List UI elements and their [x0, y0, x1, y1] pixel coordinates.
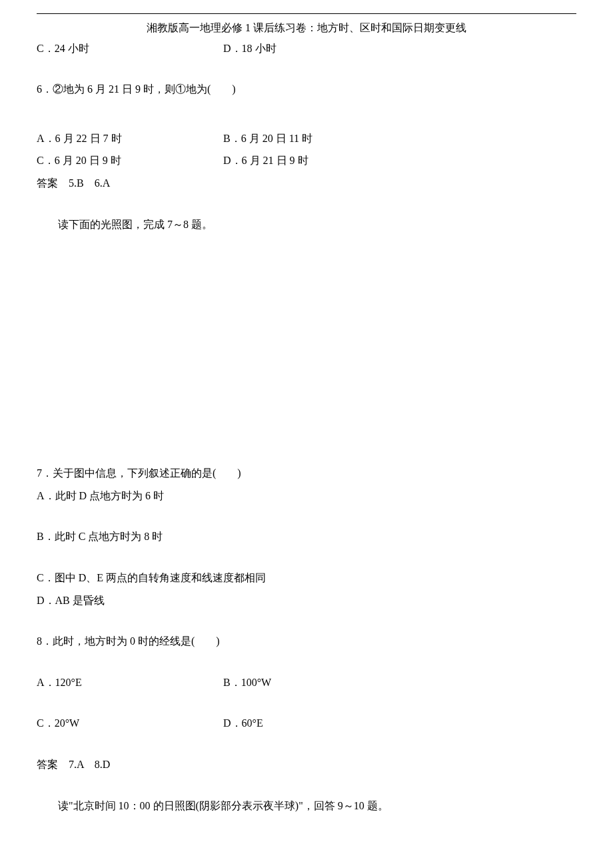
q6-stem: 6．②地为 6 月 21 日 9 时，则①地为( ) — [37, 81, 576, 98]
q6-option-c: C．6 月 20 日 9 时 — [37, 152, 223, 169]
page-header-title: 湘教版高一地理必修 1 课后练习卷：地方时、区时和国际日期变更线 — [37, 19, 576, 37]
q7-option-a: A．此时 D 点地方时为 6 时 — [37, 487, 576, 505]
q8-option-a: A．120°E — [37, 674, 223, 691]
q8-stem: 8．此时，地方时为 0 时的经线是( ) — [37, 633, 576, 650]
q8-option-c: C．20°W — [37, 715, 223, 732]
answers-7-8: 答案 7.A 8.D — [37, 756, 576, 773]
q7-option-b: B．此时 C 点地方时为 8 时 — [37, 528, 576, 545]
q7-option-d: D．AB 是昏线 — [37, 592, 576, 609]
instruction-7-8: 读下面的光照图，完成 7～8 题。 — [37, 216, 576, 233]
q5-option-d: D．18 小时 — [223, 40, 576, 57]
instruction-9-10: 读"北京时间 10：00 的日照图(阴影部分表示夜半球)"，回答 9～10 题。 — [37, 797, 576, 815]
q5-option-c: C．24 小时 — [37, 40, 223, 57]
q6-option-d: D．6 月 21 日 9 时 — [223, 152, 576, 169]
answers-5-6: 答案 5.B 6.A — [37, 175, 576, 192]
q6-option-b: B．6 月 20 日 11 时 — [223, 130, 576, 147]
q7-stem: 7．关于图中信息，下列叙述正确的是( ) — [37, 465, 576, 482]
q7-option-c: C．图中 D、E 两点的自转角速度和线速度都相同 — [37, 569, 576, 587]
q8-option-b: B．100°W — [223, 674, 576, 691]
q8-option-d: D．60°E — [223, 715, 576, 732]
q6-option-a: A．6 月 22 日 7 时 — [37, 130, 223, 147]
illumination-figure — [37, 238, 576, 465]
